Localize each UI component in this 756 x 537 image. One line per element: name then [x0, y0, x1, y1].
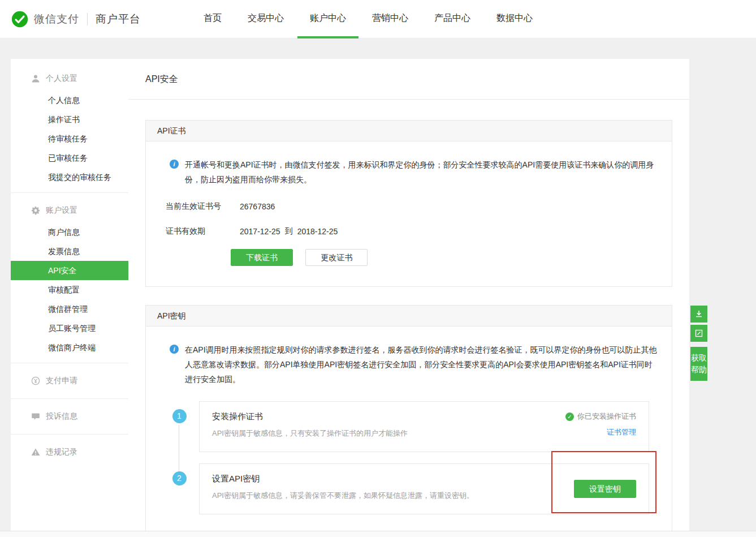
sidebar-group-label: 账户设置	[46, 205, 77, 216]
nav-item-marketing-center[interactable]: 营销中心	[360, 0, 421, 38]
sidebar-item-api-security[interactable]: API安全	[11, 261, 128, 280]
top-nav: 首页 交易中心 账户中心 营销中心 产品中心 数据中心	[191, 0, 546, 38]
complaint-icon	[31, 412, 40, 421]
sidebar-divider	[11, 192, 128, 193]
api-key-section: API密钥 i 在API调用时用来按照指定规则对你的请求参数进行签名，服务器收到…	[145, 305, 672, 535]
check-icon: ✓	[565, 413, 574, 421]
cert-number-label: 当前生效证书号	[166, 201, 231, 212]
sidebar-group-complaint-info[interactable]: 投诉信息	[11, 405, 128, 428]
step-2-badge: 2	[172, 471, 187, 486]
sidebar: 个人设置 个人信息 操作证书 待审核任务 已审核任务 我提交的审核任务 账户设置…	[11, 59, 128, 537]
page-title: API安全	[128, 59, 689, 100]
sidebar-item-pending-tasks[interactable]: 待审核任务	[11, 129, 128, 148]
sidebar-item-merchant-info[interactable]: 商户信息	[11, 222, 128, 242]
feedback-edit-icon	[694, 329, 703, 338]
sidebar-group-label: 个人设置	[46, 74, 77, 84]
sidebar-item-reviewed-tasks[interactable]: 已审核任务	[11, 148, 128, 167]
user-icon	[31, 74, 40, 83]
step-1-box: 安装操作证书 API密钥属于敏感信息，只有安装了操作证书的用户才能操作 ✓ 你已…	[199, 401, 649, 452]
cert-management-link[interactable]: 证书管理	[607, 427, 636, 437]
feedback-help-button[interactable]	[690, 325, 707, 342]
nav-item-data-center[interactable]: 数据中心	[484, 0, 545, 38]
step-set-api-key: 2 设置API密钥 API密钥属于敏感信息，请妥善保管不要泄露，如果怀疑信息泄露…	[159, 463, 658, 514]
footer-strip	[0, 531, 756, 537]
sidebar-group-label: 支付申请	[46, 376, 77, 386]
cert-validity-joiner: 到	[285, 226, 293, 237]
api-key-info-text: 在API调用时用来按照指定规则对你的请求参数进行签名，服务器收到你的请求时会进行…	[185, 342, 658, 386]
sidebar-group-label: 投诉信息	[46, 411, 77, 422]
nav-item-transaction-center[interactable]: 交易中心	[235, 0, 296, 38]
page: 微信支付 商户平台 首页 交易中心 账户中心 营销中心 产品中心 数据中心 个人…	[0, 0, 756, 537]
nav-item-product-center[interactable]: 产品中心	[422, 0, 483, 38]
cert-number-row: 当前生效证书号 26767836	[159, 201, 658, 212]
gear-icon	[31, 206, 40, 215]
brand-separator	[87, 13, 88, 25]
wechat-pay-logo-icon	[11, 11, 28, 28]
sidebar-item-wechat-group-mgmt[interactable]: 微信群管理	[11, 299, 128, 319]
api-cert-info-text: 开通帐号和更换API证书时，由微信支付签发，用来标识和界定你的身份；部分安全性要…	[185, 157, 658, 187]
cert-installed-status: ✓ 你已安装操作证书	[565, 411, 636, 422]
sidebar-item-review-config[interactable]: 审核配置	[11, 280, 128, 299]
sidebar-group-label: 违规记录	[46, 447, 77, 457]
api-key-steps: 1 安装操作证书 API密钥属于敏感信息，只有安装了操作证书的用户才能操作	[159, 401, 658, 514]
sidebar-item-wechat-merchant-terminal[interactable]: 微信商户终端	[11, 338, 128, 357]
cert-installed-text: 你已安装操作证书	[577, 411, 636, 422]
brand: 微信支付 商户平台	[0, 0, 141, 38]
sidebar-divider	[11, 398, 128, 399]
warning-icon	[31, 448, 40, 457]
sidebar-item-staff-account-mgmt[interactable]: 员工账号管理	[11, 319, 128, 338]
step-1-title: 安装操作证书	[212, 411, 408, 422]
step-1-badge: 1	[172, 409, 187, 423]
sidebar-group-personal-settings[interactable]: 个人设置	[11, 67, 128, 91]
sidebar-item-my-submitted-tasks[interactable]: 我提交的审核任务	[11, 167, 128, 187]
top-header: 微信支付 商户平台 首页 交易中心 账户中心 营销中心 产品中心 数据中心	[0, 0, 756, 38]
step-2-box: 设置API密钥 API密钥属于敏感信息，请妥善保管不要泄露，如果怀疑信息泄露，请…	[199, 463, 649, 514]
layout: 个人设置 个人信息 操作证书 待审核任务 已审核任务 我提交的审核任务 账户设置…	[11, 59, 689, 537]
main-content: API安全 API证书 i 开通帐号和更换API证书时，由微信支付签发，用来标识…	[128, 59, 689, 537]
step-install-cert: 1 安装操作证书 API密钥属于敏感信息，只有安装了操作证书的用户才能操作	[159, 401, 658, 452]
sidebar-group-violation-records[interactable]: 违规记录	[11, 440, 128, 464]
nav-item-home[interactable]: 首页	[191, 0, 234, 38]
step-1-desc: API密钥属于敏感信息，只有安装了操作证书的用户才能操作	[212, 428, 408, 439]
download-icon	[694, 310, 703, 319]
cert-validity-end: 2018-12-25	[297, 227, 338, 236]
get-help-button[interactable]: 获取帮助	[690, 347, 707, 381]
cert-validity-label: 证书有效期	[166, 226, 231, 237]
cert-validity-row: 证书有效期 2017-12-25 到 2018-12-25	[159, 226, 658, 237]
sidebar-item-operation-cert[interactable]: 操作证书	[11, 110, 128, 129]
api-cert-section-title: API证书	[145, 120, 672, 141]
payment-icon	[31, 376, 40, 385]
sidebar-item-invoice-info[interactable]: 发票信息	[11, 242, 128, 261]
api-key-section-title: API密钥	[145, 305, 672, 327]
step-2-title: 设置API密钥	[212, 474, 474, 484]
sidebar-divider	[11, 434, 128, 435]
sidebar-divider	[11, 363, 128, 363]
brand-platform: 商户平台	[96, 12, 141, 27]
download-help-button[interactable]	[690, 306, 707, 323]
help-panel: 获取帮助	[690, 306, 707, 381]
api-cert-section: API证书 i 开通帐号和更换API证书时，由微信支付签发，用来标识和界定你的身…	[145, 120, 672, 287]
set-api-key-button[interactable]: 设置密钥	[574, 480, 636, 498]
sidebar-group-payment-application[interactable]: 支付申请	[11, 369, 128, 393]
change-cert-button[interactable]: 更改证书	[305, 249, 368, 266]
download-cert-button[interactable]: 下载证书	[231, 249, 293, 266]
sidebar-group-account-settings[interactable]: 账户设置	[11, 199, 128, 222]
cert-validity-start: 2017-12-25	[240, 227, 280, 236]
step-2-desc: API密钥属于敏感信息，请妥善保管不要泄露，如果怀疑信息泄露，请重设密钥。	[212, 491, 474, 501]
info-icon: i	[170, 160, 179, 169]
brand-name: 微信支付	[34, 12, 79, 27]
nav-item-account-center[interactable]: 账户中心	[297, 0, 358, 38]
cert-number-value: 26767836	[240, 202, 275, 211]
info-icon: i	[170, 345, 179, 354]
sidebar-item-personal-info[interactable]: 个人信息	[11, 91, 128, 110]
